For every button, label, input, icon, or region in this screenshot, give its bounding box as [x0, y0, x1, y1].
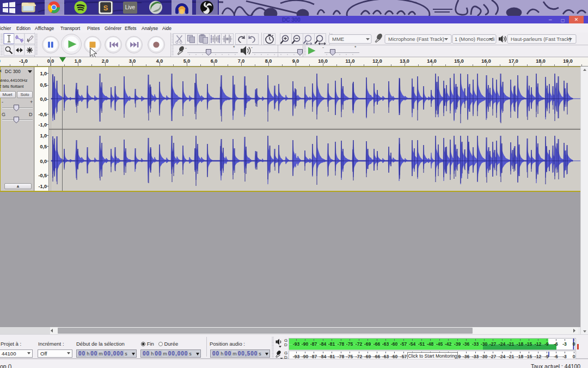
svg-text:-: -: [322, 45, 324, 50]
svg-text:1 (Mono) Recordi: 1 (Mono) Recordi: [455, 36, 494, 42]
svg-text:S: S: [103, 4, 108, 12]
svg-text:MME: MME: [332, 36, 344, 42]
svg-text:G: G: [2, 112, 5, 117]
svg-text:*: *: [354, 45, 357, 50]
svg-text:Live: Live: [125, 4, 136, 10]
svg-text:*: *: [233, 45, 235, 50]
svg-text:+: +: [30, 99, 33, 105]
svg-text:-: -: [185, 45, 187, 51]
svg-text:Microphone (Fast Track): Microphone (Fast Track): [388, 36, 444, 42]
svg-text:-: -: [251, 45, 253, 50]
svg-text:Haut-parleurs (Fast Track): Haut-parleurs (Fast Track): [511, 36, 571, 42]
svg-text:-: -: [2, 99, 3, 105]
svg-text:D: D: [29, 112, 33, 117]
